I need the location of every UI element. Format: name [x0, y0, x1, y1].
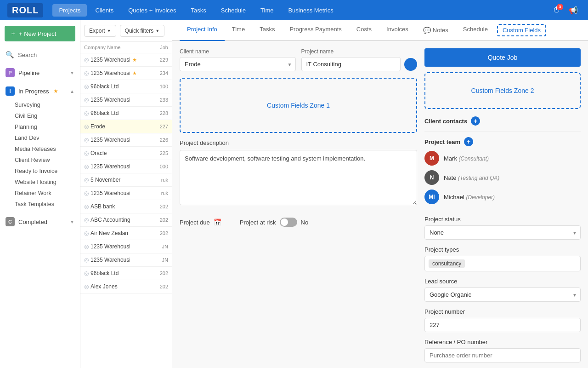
- project-status-select[interactable]: None Active On Hold Cancelled: [424, 225, 581, 240]
- sidebar-item-land-dev[interactable]: Land Dev: [0, 132, 80, 144]
- list-item[interactable]: ◎ 1235 Warehousi JN: [80, 253, 172, 267]
- project-status-label: Project status: [424, 216, 581, 223]
- tab-schedule[interactable]: Schedule: [456, 20, 495, 41]
- color-picker[interactable]: [404, 58, 417, 71]
- list-item[interactable]: ◎ 96black Ltd 100: [80, 80, 172, 93]
- project-at-risk-label: Project at risk: [240, 219, 276, 226]
- project-types-label: Project types: [424, 246, 581, 253]
- list-item[interactable]: ◎ 96black Ltd 228: [80, 107, 172, 120]
- sidebar-item-website-hosting[interactable]: Website Hosting: [0, 177, 80, 188]
- sidebar-section-pipeline[interactable]: P Pipeline ▼: [0, 64, 80, 81]
- sidebar-item-ready-to-invoice[interactable]: Ready to Invoice: [0, 166, 80, 177]
- project-name-input[interactable]: [301, 57, 401, 71]
- add-team-member-button[interactable]: +: [464, 137, 473, 146]
- tab-invoices[interactable]: Invoices: [379, 20, 416, 41]
- nav-time[interactable]: Time: [254, 4, 280, 17]
- sidebar-item-planning[interactable]: Planning: [0, 121, 80, 132]
- project-number-input[interactable]: [424, 318, 581, 332]
- team-member-nate: N Nate (Testing and QA): [424, 170, 581, 185]
- pipeline-icon: P: [6, 68, 15, 77]
- timer-icon[interactable]: ⏱ 3: [549, 3, 564, 17]
- list-item[interactable]: ◎ Air New Zealan 202: [80, 227, 172, 240]
- sidebar-section-completed[interactable]: C Completed ▼: [0, 213, 80, 230]
- completed-label: Completed: [18, 218, 47, 225]
- list-item[interactable]: ◎ 1235 Warehousi ★ 234: [80, 67, 172, 80]
- chevron-up-icon: ▲: [70, 89, 74, 94]
- sidebar-item-civil-eng[interactable]: Civil Eng: [0, 110, 80, 121]
- star-icon: ★: [53, 88, 58, 94]
- project-due-label: Project due: [180, 219, 210, 226]
- content-area: Client name Erode 96black Ltd 1235 Wareh…: [172, 41, 588, 368]
- project-number-label: Project number: [424, 308, 581, 315]
- member-name-mark: Mark: [444, 155, 457, 162]
- sidebar-item-client-review[interactable]: Client Review: [0, 155, 80, 166]
- inprogress-label: In Progress: [18, 88, 49, 95]
- project-team-label: Project team: [424, 138, 460, 145]
- chevron-down-icon-export: ▼: [107, 29, 111, 33]
- list-item[interactable]: ◎ 5 November ruk: [80, 173, 172, 187]
- client-contacts-label: Client contacts: [424, 118, 467, 125]
- nav-business-metrics[interactable]: Business Metrics: [282, 4, 339, 17]
- avatar-nate: N: [424, 170, 439, 185]
- custom-fields-zone-2[interactable]: Custom Fields Zone 2: [424, 72, 581, 109]
- project-type-tag: consultancy: [429, 259, 465, 268]
- sidebar-item-media-releases[interactable]: Media Releases: [0, 144, 80, 155]
- tab-costs[interactable]: Costs: [349, 20, 379, 41]
- nav-quotes-invoices[interactable]: Quotes + Invoices: [122, 4, 182, 17]
- project-types-input[interactable]: consultancy: [424, 256, 581, 271]
- new-project-button[interactable]: ＋ + New Project: [5, 26, 75, 41]
- nav-tasks[interactable]: Tasks: [185, 4, 213, 17]
- list-item[interactable]: ◎ 96black Ltd 202: [80, 267, 172, 280]
- add-client-contact-button[interactable]: +: [471, 116, 480, 126]
- nav-clients[interactable]: Clients: [89, 4, 120, 17]
- list-item[interactable]: ◎ Alex Jones 202: [80, 280, 172, 293]
- chevron-down-icon-filters: ▼: [155, 29, 159, 33]
- member-role-mark: (Consultant): [459, 155, 489, 162]
- reference-input[interactable]: [424, 348, 581, 362]
- list-item[interactable]: ◎ 1235 Warehousi ★ 229: [80, 53, 172, 67]
- nav-schedule[interactable]: Schedule: [215, 4, 252, 17]
- sidebar-item-task-templates[interactable]: Task Templates: [0, 199, 80, 210]
- quick-filters-button[interactable]: Quick filters ▼: [120, 25, 165, 37]
- tab-project-info[interactable]: Project Info: [180, 20, 225, 41]
- list-item[interactable]: ◎ ASB bank 202: [80, 200, 172, 213]
- at-risk-value: No: [301, 219, 309, 226]
- list-item[interactable]: ◎ 1235 Warehousi JN: [80, 240, 172, 253]
- tab-time[interactable]: Time: [225, 20, 252, 41]
- at-risk-toggle[interactable]: [280, 218, 297, 227]
- tab-progress-payments[interactable]: Progress Payments: [282, 20, 349, 41]
- list-item[interactable]: ◎ 1235 Warehousi 233: [80, 93, 172, 107]
- search-icon: 🔍: [6, 51, 14, 59]
- tab-bar: Project Info Time Tasks Progress Payment…: [172, 20, 588, 41]
- tab-notes[interactable]: 💬 Notes: [416, 20, 456, 41]
- notification-badge: 3: [557, 4, 563, 10]
- member-role-michael: (Developer): [466, 194, 495, 201]
- list-item[interactable]: ◎ ABC Accounting 202: [80, 213, 172, 227]
- sidebar-item-surveying[interactable]: Surveying: [0, 99, 80, 110]
- tab-custom-fields[interactable]: Custom Fields: [497, 24, 546, 36]
- list-item[interactable]: ◎ Oracle 225: [80, 147, 172, 160]
- pipeline-label: Pipeline: [18, 69, 40, 76]
- list-item[interactable]: ◎ 1235 Warehousi 226: [80, 133, 172, 147]
- sidebar-section-inprogress[interactable]: I In Progress ★ ▲: [0, 83, 80, 99]
- sidebar-item-retainer-work[interactable]: Retainer Work: [0, 188, 80, 199]
- nav-projects[interactable]: Projects: [52, 4, 87, 17]
- search-row[interactable]: 🔍 Search: [0, 47, 80, 63]
- custom-fields-zone-1[interactable]: Custom Fields Zone 1: [180, 78, 417, 133]
- project-description-textarea[interactable]: Software development, software testing a…: [180, 150, 417, 205]
- list-item[interactable]: ◎ 1235 Warehousi ruk: [80, 187, 172, 200]
- description-label: Project description: [180, 139, 417, 146]
- export-button[interactable]: Export ▼: [84, 25, 116, 37]
- megaphone-icon[interactable]: 📢: [566, 3, 581, 17]
- list-item[interactable]: ◎ 1235 Warehousi 000: [80, 160, 172, 173]
- quote-job-button[interactable]: Quote Job: [424, 48, 581, 67]
- tab-tasks[interactable]: Tasks: [252, 20, 282, 41]
- client-name-select[interactable]: Erode 96black Ltd 1235 Warehousi: [180, 57, 296, 71]
- notes-icon: 💬: [423, 27, 431, 34]
- lead-source-label: Lead source: [424, 278, 581, 285]
- lead-source-select[interactable]: Google Organic Referral Direct Social Me…: [424, 288, 581, 302]
- inprogress-icon: I: [6, 86, 15, 96]
- calendar-icon[interactable]: 📅: [214, 218, 221, 226]
- project-name-label: Project name: [301, 48, 418, 55]
- list-item-erode[interactable]: ◎ Erode 227: [80, 120, 172, 133]
